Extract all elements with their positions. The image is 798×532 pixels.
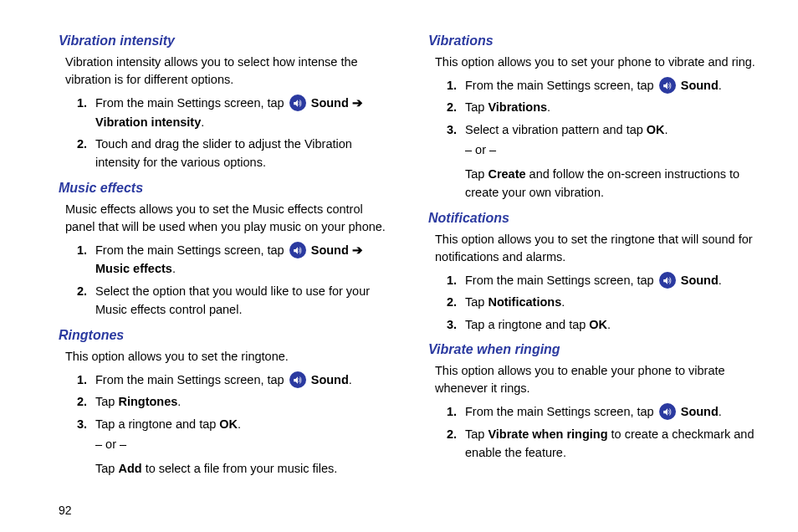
step-item: From the main Settings screen, tap Sound… [460, 271, 765, 289]
section-intro: Music effects allows you to set the Musi… [65, 201, 395, 236]
section-intro: Vibration intensity allows you to select… [65, 54, 395, 89]
step-list: From the main Settings screen, tap Sound… [65, 241, 395, 320]
section-heading: Vibrate when ringing [428, 342, 765, 357]
bold-label: OK [647, 123, 665, 136]
step-item: From the main Settings screen, tap Sound… [90, 241, 395, 279]
bold-label: Add [118, 462, 141, 475]
bold-label: Ringtones [118, 395, 177, 408]
bold-label: Vibration intensity [95, 115, 201, 129]
bold-label: OK [589, 318, 607, 331]
alternate-instruction: Tap Add to select a file from your music… [95, 459, 395, 478]
alternate-instruction: Tap Create and follow the on-screen inst… [465, 165, 765, 202]
step-list: From the main Settings screen, tap Sound… [435, 76, 765, 202]
step-item: Tap Vibrations. [460, 98, 765, 116]
arrow: ➔ [349, 96, 363, 110]
bold-label: OK [219, 417, 238, 431]
step-item: Select a vibration pattern and tap OK.– … [460, 120, 765, 202]
bold-label: Sound [308, 96, 349, 110]
step-item: Tap Ringtones. [90, 392, 395, 411]
sound-icon [659, 272, 676, 289]
step-item: From the main Settings screen, tap Sound… [90, 94, 395, 131]
section-heading: Music effects [59, 181, 395, 196]
sound-icon [659, 403, 676, 420]
step-list: From the main Settings screen, tap Sound… [65, 371, 395, 478]
sound-icon [659, 77, 676, 94]
bold-label: Vibrate when ringing [488, 427, 607, 441]
step-item: Select the option that you would like to… [90, 282, 395, 320]
bold-label: Notifications [488, 295, 561, 309]
step-item: Tap a ringtone and tap OK. [460, 315, 765, 334]
section-intro: This option allows you to set your phone… [435, 54, 765, 71]
page-number: 92 [59, 504, 72, 517]
section-heading: Ringtones [59, 328, 395, 343]
section-heading: Vibration intensity [59, 33, 395, 49]
step-item: From the main Settings screen, tap Sound… [90, 371, 395, 389]
step-list: From the main Settings screen, tap Sound… [65, 94, 395, 172]
step-list: From the main Settings screen, tap Sound… [435, 271, 765, 334]
or-separator: – or – [465, 141, 765, 159]
step-item: Touch and drag the slider to adjust the … [90, 135, 395, 172]
step-item: From the main Settings screen, tap Sound… [460, 76, 765, 95]
right-column: VibrationsThis option allows you to set … [428, 25, 765, 481]
bold-label: Sound [678, 405, 719, 418]
sound-icon [289, 95, 306, 111]
section-intro: This option allows you to set the ringto… [435, 231, 765, 266]
step-list: From the main Settings screen, tap Sound… [435, 402, 765, 462]
bold-label: Music effects [95, 262, 172, 275]
step-item: Tap a ringtone and tap OK.– or –Tap Add … [90, 415, 395, 478]
or-separator: – or – [95, 435, 395, 453]
bold-label: Create [488, 167, 525, 181]
section-intro: This option allows you to enable your ph… [435, 362, 765, 397]
step-item: Tap Notifications. [460, 293, 765, 311]
section-heading: Notifications [428, 211, 765, 226]
sound-icon [289, 242, 306, 258]
arrow: ➔ [349, 243, 363, 257]
step-item: Tap Vibrate when ringing to create a che… [460, 425, 765, 463]
section-intro: This option allows you to set the ringto… [65, 348, 395, 366]
step-item: From the main Settings screen, tap Sound… [460, 402, 765, 421]
bold-label: Sound [308, 243, 349, 257]
bold-label: Sound [678, 79, 719, 92]
bold-label: Sound [678, 274, 719, 287]
bold-label: Sound [308, 373, 349, 386]
section-heading: Vibrations [428, 33, 765, 49]
sound-icon [289, 371, 306, 388]
bold-label: Vibrations [488, 100, 547, 114]
left-column: Vibration intensityVibration intensity a… [59, 25, 395, 481]
manual-page: Vibration intensityVibration intensity a… [0, 0, 798, 481]
